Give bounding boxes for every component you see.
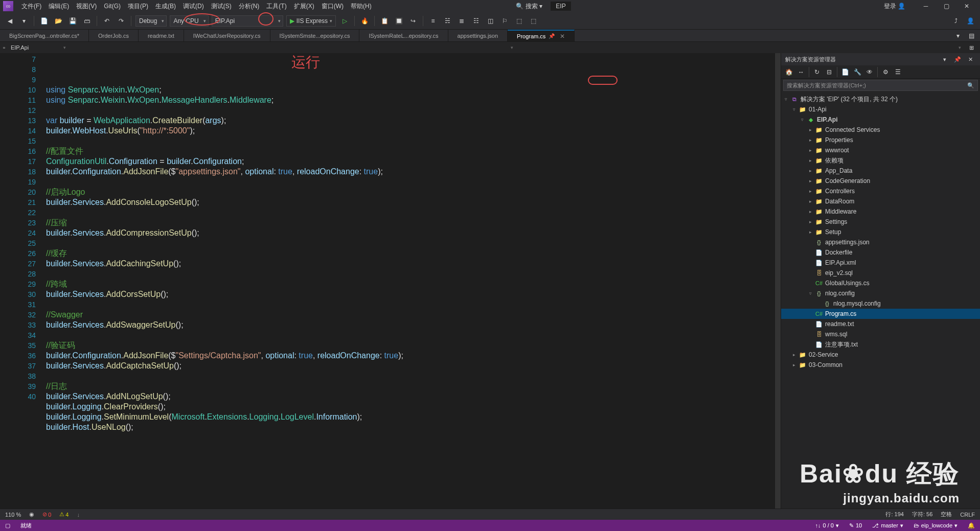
tab-split-button[interactable]: ▤ xyxy=(966,30,977,41)
menu-item[interactable]: 扩展(X) xyxy=(291,1,317,12)
code-line[interactable]: //启动Logo xyxy=(46,187,774,197)
tree-row[interactable]: ▸📁CodeGeneration xyxy=(781,176,980,186)
code-line[interactable]: //缓存 xyxy=(46,248,774,259)
tree-row[interactable]: {}nlog.mysql.config xyxy=(781,298,980,309)
tree-row[interactable]: 📄注意事项.txt xyxy=(781,339,980,350)
code-editor[interactable]: 7891011121314151617181920212223242526272… xyxy=(0,53,781,509)
eip-button[interactable]: EIP xyxy=(551,2,571,11)
repo-status[interactable]: 🗁 eip_lowcode ▾ xyxy=(914,522,958,529)
doc-tab[interactable]: IWeChatUserRepository.cs xyxy=(184,30,270,41)
expander-icon[interactable]: ▿ xyxy=(800,117,805,122)
code-line[interactable]: builder.Services.AddNLogSetUp(); xyxy=(46,391,774,402)
code-line[interactable]: builder.Configuration.AddJsonFile($"Sett… xyxy=(46,351,774,361)
solexp-refresh-button[interactable]: ↻ xyxy=(811,66,823,78)
tb-btn-5[interactable]: ☵ xyxy=(442,15,453,27)
run-nodebug-button[interactable]: ▷ xyxy=(339,15,350,27)
eol-mode[interactable]: CRLF xyxy=(960,512,975,518)
menu-item[interactable]: 视图(V) xyxy=(73,1,100,12)
menu-item[interactable]: 分析(N) xyxy=(236,1,263,12)
maximize-button[interactable]: ▢ xyxy=(936,0,956,12)
tb-btn-9[interactable]: ⚐ xyxy=(499,15,510,27)
code-area[interactable]: 运行 using Senparc.Weixin.WxOpen;using Sen… xyxy=(46,53,774,509)
solexp-dropdown-button[interactable]: ▾ xyxy=(939,54,950,65)
tree-row[interactable]: C#Program.cs xyxy=(781,309,980,319)
solexp-home-button[interactable]: 🏠 xyxy=(783,66,794,78)
doc-tab[interactable]: ISystemRateL...epository.cs xyxy=(359,30,448,41)
solexp-preview-button[interactable]: 👁 xyxy=(864,66,875,78)
code-line[interactable]: using Senparc.Weixin.WxOpen; xyxy=(46,85,774,95)
expander-icon[interactable]: ▿ xyxy=(791,107,796,112)
line-col[interactable]: 行: 194 xyxy=(885,511,903,518)
expander-icon[interactable]: ▸ xyxy=(808,229,813,235)
tree-row[interactable]: ▸📁App_Data xyxy=(781,166,980,176)
doc-tab[interactable]: appsettings.json xyxy=(448,30,508,41)
close-button[interactable]: ✕ xyxy=(956,0,977,12)
branch-status[interactable]: ⎇ master ▾ xyxy=(872,522,903,529)
code-line[interactable]: builder.Services.AddCompressionSetUp(); xyxy=(46,228,774,238)
expander-icon[interactable]: ▸ xyxy=(808,148,813,153)
doc-tab[interactable]: BigScreenPag...ontroller.cs* xyxy=(0,30,89,41)
undo-button[interactable]: ↶ xyxy=(101,15,112,27)
changes-status[interactable]: ✎ 10 xyxy=(849,522,862,529)
code-line[interactable]: //压缩 xyxy=(46,218,774,228)
hot-reload-button[interactable]: 🔥 xyxy=(359,15,370,27)
doc-tab[interactable]: readme.txt xyxy=(139,30,184,41)
doc-tab[interactable]: ISystemSmste...epository.cs xyxy=(270,30,360,41)
code-line[interactable]: //Swagger xyxy=(46,310,774,320)
code-line[interactable] xyxy=(46,207,774,218)
code-line[interactable]: builder.Host.UseNLog(); xyxy=(46,422,774,432)
code-line[interactable] xyxy=(46,105,774,116)
tb-btn-11[interactable]: ⬚ xyxy=(528,15,539,27)
menu-item[interactable]: 生成(B) xyxy=(152,1,179,12)
error-count[interactable]: ⊘ 0 xyxy=(42,511,51,518)
solexp-sync-button[interactable]: ↔ xyxy=(795,66,807,78)
code-line[interactable] xyxy=(46,299,774,310)
code-line[interactable]: ConfigurationUtil.Configuration = builde… xyxy=(46,156,774,167)
code-line[interactable]: builder.Logging.ClearProviders(); xyxy=(46,402,774,412)
code-line[interactable] xyxy=(46,371,774,381)
solexp-collapse-button[interactable]: ⊟ xyxy=(824,66,835,78)
menu-item[interactable]: 项目(P) xyxy=(125,1,151,12)
share-button[interactable]: ⤴ xyxy=(950,15,962,27)
warning-count[interactable]: ⚠ 4 xyxy=(59,511,69,518)
menu-item[interactable]: 窗口(W) xyxy=(318,1,347,12)
output-icon[interactable]: ▢ xyxy=(5,522,10,529)
save-all-button[interactable]: 🗃 xyxy=(81,15,93,27)
tree-row[interactable]: C#GlobalUsings.cs xyxy=(781,278,980,288)
tree-row[interactable]: 📄Dockerfile xyxy=(781,247,980,258)
expander-icon[interactable]: ▸ xyxy=(808,137,813,143)
expander-icon[interactable]: ▸ xyxy=(808,219,813,224)
expander-icon[interactable]: ▸ xyxy=(808,189,813,194)
tree-row[interactable]: ▸📁wwwroot xyxy=(781,145,980,155)
minimize-button[interactable]: ─ xyxy=(916,0,936,12)
config-dropdown[interactable]: Debug xyxy=(135,15,167,27)
tb-btn-7[interactable]: ☷ xyxy=(470,15,482,27)
tree-solution-root[interactable]: ▿ ⧉ 解决方案 'EIP' (32 个项目, 共 32 个) xyxy=(781,94,980,104)
nav-back-button[interactable]: ◀ xyxy=(4,15,15,27)
tree-row[interactable]: ▸📁Controllers xyxy=(781,186,980,196)
tree-row[interactable]: ▸📁Settings xyxy=(781,217,980,227)
menu-item[interactable]: 帮助(H) xyxy=(348,1,375,12)
menu-item[interactable]: 调试(D) xyxy=(180,1,207,12)
tree-row[interactable]: ▸📁Properties xyxy=(781,135,980,145)
code-line[interactable]: builder.Services.AddSwaggerSetUp(); xyxy=(46,320,774,330)
close-icon[interactable]: ✕ xyxy=(560,33,565,40)
tree-row[interactable]: ▿◆EIP.Api xyxy=(781,114,980,125)
run-button[interactable]: ▶ IIS Express ▾ xyxy=(286,15,336,27)
platform-dropdown[interactable]: Any CPU xyxy=(170,15,208,27)
expander-icon[interactable]: ▸ xyxy=(791,352,796,357)
code-line[interactable] xyxy=(46,238,774,248)
solexp-view-button[interactable]: ⚙ xyxy=(880,66,891,78)
menu-item[interactable]: 文件(F) xyxy=(18,1,44,12)
tb-btn-3[interactable]: ↪ xyxy=(407,15,419,27)
expander-icon[interactable]: ▸ xyxy=(808,209,813,214)
code-line[interactable]: builder.Logging.SetMinimumLevel(Microsof… xyxy=(46,412,774,422)
tree-row[interactable]: 🗄eip_v2.sql xyxy=(781,268,980,278)
expander-icon[interactable]: ▿ xyxy=(808,291,813,296)
tree-row[interactable]: ▸📁Middleware xyxy=(781,206,980,217)
tree-row[interactable]: ▸📁03-Common xyxy=(781,360,980,370)
tb-btn-2[interactable]: 🔲 xyxy=(393,15,404,27)
redo-button[interactable]: ↷ xyxy=(116,15,127,27)
code-line[interactable]: builder.Services.AddCachingSetUp(); xyxy=(46,259,774,269)
code-line[interactable]: var builder = WebApplication.CreateBuild… xyxy=(46,116,774,126)
